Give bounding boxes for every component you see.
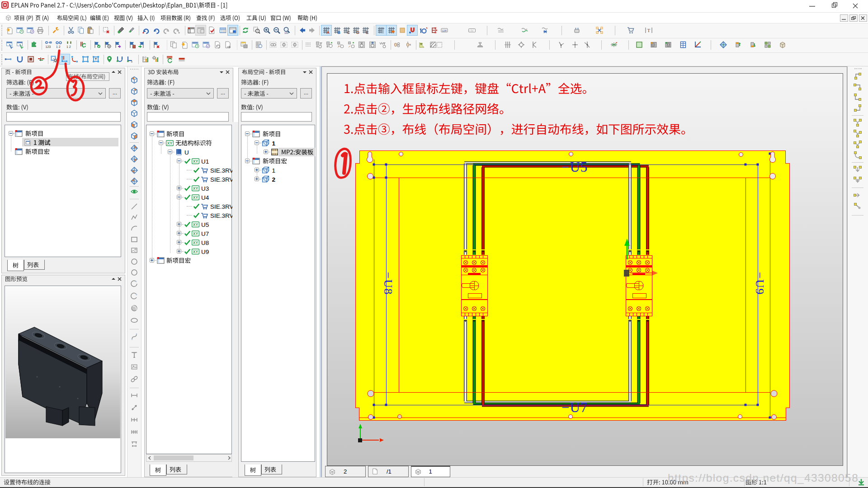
svg-text:−U5: −U5 [561, 159, 588, 175]
svg-text:−U9: −U9 [753, 272, 766, 295]
svg-text:https://blog.csdn.net/qq_43308: https://blog.csdn.net/qq_43308058 [668, 472, 859, 484]
svg-text:−U8: −U8 [382, 272, 395, 295]
svg-text:−U7: −U7 [561, 399, 588, 415]
